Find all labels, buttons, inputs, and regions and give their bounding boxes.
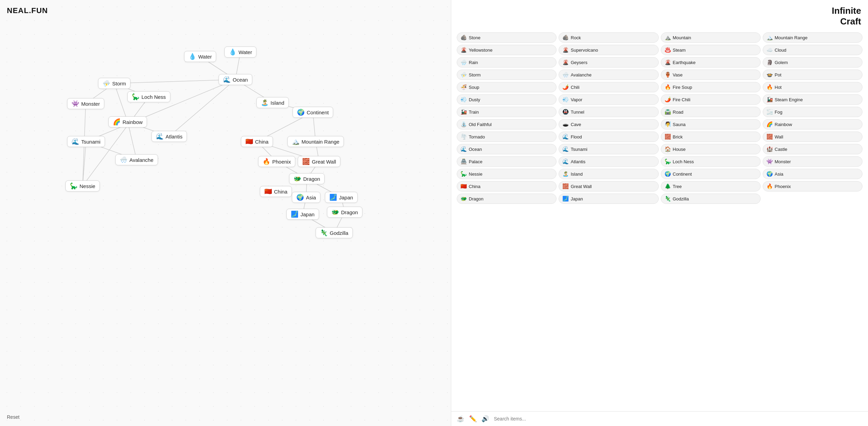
item-chip-brick[interactable]: 🧱Brick — [661, 132, 761, 142]
item-chip-loch-ness[interactable]: 🦕Loch Ness — [661, 156, 761, 167]
item-chip-dusty[interactable]: 💨Dusty — [457, 94, 557, 105]
node-water2[interactable]: 💧Water — [224, 46, 256, 58]
connection-lines — [0, 0, 451, 426]
item-chip-tornado[interactable]: 🌪️Tornado — [457, 132, 557, 142]
connection-line — [83, 142, 86, 186]
node-godzilla[interactable]: 🦎Godzilla — [316, 227, 353, 238]
item-chip-tsunami[interactable]: 🌊Tsunami — [559, 144, 658, 154]
item-chip-palace[interactable]: 🏯Palace — [457, 156, 557, 167]
node-japan2[interactable]: 🗾Japan — [286, 209, 319, 220]
reset-button[interactable]: Reset — [7, 414, 20, 420]
logo: NEAL.FUN — [7, 6, 48, 15]
item-chip-asia[interactable]: 🌍Asia — [763, 169, 862, 179]
item-chip-steam-engine[interactable]: 🚂Steam Engine — [763, 94, 862, 105]
item-chip-continent[interactable]: 🌍Continent — [661, 169, 761, 179]
item-chip-old-faithful[interactable]: ⛲Old Faithful — [457, 119, 557, 129]
node-avalanche[interactable]: 🌨️Avalanche — [115, 154, 158, 165]
item-chip-castle[interactable]: 🏰Castle — [763, 144, 862, 154]
item-chip-mountain-range[interactable]: 🏔️Mountain Range — [763, 32, 862, 43]
search-input[interactable] — [494, 416, 862, 422]
node-japan1[interactable]: 🗾Japan — [325, 192, 358, 203]
item-chip-japan[interactable]: 🗾Japan — [559, 194, 658, 204]
sidebar: Infinite Craft 🪨Stone🪨Rock⛰️Mountain🏔️Mo… — [451, 0, 868, 426]
node-storm[interactable]: ⛈️Storm — [98, 78, 130, 89]
node-dragon[interactable]: 🐲Dragon — [289, 173, 325, 184]
item-chip-fog[interactable]: 🌫️Fog — [763, 107, 862, 117]
node-china2[interactable]: 🇨🇳China — [260, 186, 292, 197]
item-chip-godzilla[interactable]: 🦎Godzilla — [661, 194, 761, 204]
item-chip-storm[interactable]: ⛈️Storm — [457, 70, 557, 80]
app-title: Infinite Craft — [832, 6, 861, 27]
item-chip-train[interactable]: 🚂Train — [457, 107, 557, 117]
item-chip-supervolcano[interactable]: 🌋Supervolcano — [559, 45, 658, 55]
item-chip-stone[interactable]: 🪨Stone — [457, 32, 557, 43]
node-water1[interactable]: 💧Water — [184, 51, 216, 62]
item-chip-avalanche[interactable]: 🌨️Avalanche — [559, 70, 658, 80]
items-grid: 🪨Stone🪨Rock⛰️Mountain🏔️Mountain Range🌋Ye… — [451, 30, 868, 411]
item-chip-hot[interactable]: 🔥Hot — [763, 82, 862, 92]
item-chip-nessie[interactable]: 🦕Nessie — [457, 169, 557, 179]
item-chip-cave[interactable]: 🕳️Cave — [559, 119, 658, 129]
item-chip-rain[interactable]: 🌧️Rain — [457, 57, 557, 67]
node-asia[interactable]: 🌍Asia — [292, 192, 320, 203]
node-dragon2[interactable]: 🐲Dragon — [327, 207, 362, 218]
item-chip-mountain[interactable]: ⛰️Mountain — [661, 32, 761, 43]
node-greatwall[interactable]: 🧱Great Wall — [298, 156, 340, 167]
item-chip-flood[interactable]: 🌊Flood — [559, 132, 658, 142]
item-chip-geysers[interactable]: 🌋Geysers — [559, 57, 658, 67]
sidebar-header: Infinite Craft — [451, 0, 868, 30]
item-chip-dragon[interactable]: 🐲Dragon — [457, 194, 557, 204]
node-mountainrange[interactable]: 🏔️Mountain Range — [287, 136, 344, 147]
node-rainbow[interactable]: 🌈Rainbow — [108, 116, 147, 127]
item-chip-yellowstone[interactable]: 🌋Yellowstone — [457, 45, 557, 55]
node-lochness[interactable]: 🦕Loch Ness — [127, 91, 170, 102]
node-continent[interactable]: 🌍Continent — [293, 107, 333, 118]
item-chip-rock[interactable]: 🪨Rock — [559, 32, 658, 43]
node-monster[interactable]: 👾Monster — [67, 98, 104, 109]
item-chip-island[interactable]: 🏝️Island — [559, 169, 658, 179]
item-chip-chili[interactable]: 🌶️Chili — [559, 82, 658, 92]
item-chip-great-wall[interactable]: 🧱Great Wall — [559, 181, 658, 191]
item-chip-cloud[interactable]: ☁️Cloud — [763, 45, 862, 55]
item-chip-soup[interactable]: 🍜Soup — [457, 82, 557, 92]
node-nessie[interactable]: 🦕Nessie — [65, 180, 100, 191]
coffee-icon[interactable]: ☕ — [457, 415, 464, 423]
item-chip-vase[interactable]: 🏺Vase — [661, 70, 761, 80]
item-chip-pot[interactable]: 🍲Pot — [763, 70, 862, 80]
item-chip-china[interactable]: 🇨🇳China — [457, 181, 557, 191]
item-chip-steam[interactable]: ♨️Steam — [661, 45, 761, 55]
node-phoenix[interactable]: 🔥Phoenix — [258, 156, 295, 167]
item-chip-atlantis[interactable]: 🌊Atlantis — [559, 156, 658, 167]
item-chip-ocean[interactable]: 🌊Ocean — [457, 144, 557, 154]
sidebar-footer: ☕ ✏️ 🔊 — [451, 411, 868, 426]
item-chip-golem[interactable]: 🗿Golem — [763, 57, 862, 67]
item-chip-sauna[interactable]: 🧖Sauna — [661, 119, 761, 129]
item-chip-fire-soup[interactable]: 🔥Fire Soup — [661, 82, 761, 92]
node-atlantis[interactable]: 🌊Atlantis — [151, 131, 187, 142]
item-chip-monster[interactable]: 👾Monster — [763, 156, 862, 167]
node-tsunami[interactable]: 🌊Tsunami — [67, 136, 105, 147]
item-chip-wall[interactable]: 🧱Wall — [763, 132, 862, 142]
item-chip-fire-chili[interactable]: 🌶️Fire Chili — [661, 94, 761, 105]
node-ocean[interactable]: 🌊Ocean — [219, 74, 252, 85]
item-chip-vapor[interactable]: 💨Vapor — [559, 94, 658, 105]
item-chip-tunnel[interactable]: 🚇Tunnel — [559, 107, 658, 117]
item-chip-tree[interactable]: 🌲Tree — [661, 181, 761, 191]
node-island[interactable]: 🏝️Island — [256, 97, 289, 108]
item-chip-road[interactable]: 🛣️Road — [661, 107, 761, 117]
item-chip-house[interactable]: 🏠House — [661, 144, 761, 154]
item-chip-rainbow[interactable]: 🌈Rainbow — [763, 119, 862, 129]
node-china1[interactable]: 🇨🇳China — [241, 136, 273, 147]
item-chip-phoenix[interactable]: 🔥Phoenix — [763, 181, 862, 191]
connection-line — [114, 80, 235, 83]
edit-icon[interactable]: ✏️ — [469, 415, 477, 423]
item-chip-earthquake[interactable]: 🌋Earthquake — [661, 57, 761, 67]
sound-icon[interactable]: 🔊 — [481, 415, 489, 423]
connection-line — [169, 80, 236, 136]
